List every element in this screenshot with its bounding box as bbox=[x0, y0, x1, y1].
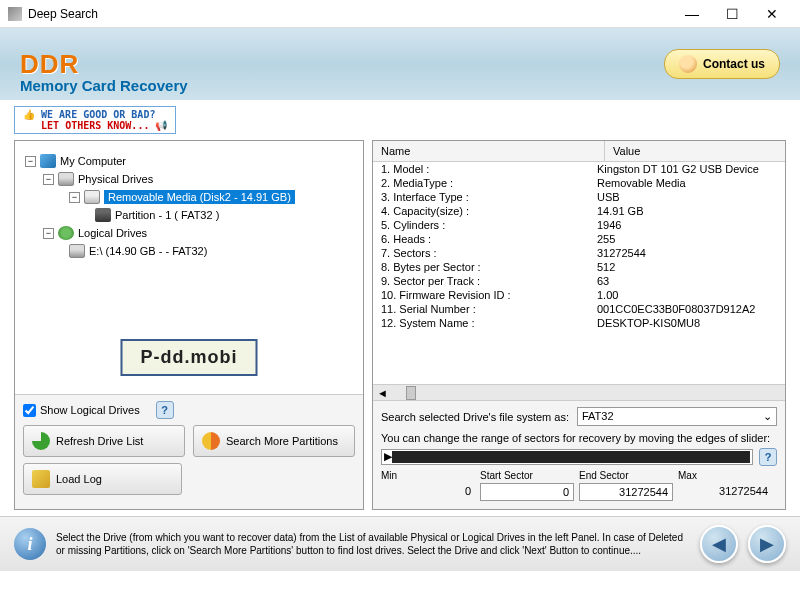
properties-list: 1. Model :Kingston DT 101 G2 USB Device2… bbox=[373, 162, 785, 384]
property-name: 3. Interface Type : bbox=[381, 191, 597, 203]
property-value: 63 bbox=[597, 275, 777, 287]
minimize-button[interactable]: — bbox=[672, 0, 712, 28]
property-value: USB bbox=[597, 191, 777, 203]
property-row[interactable]: 5. Cylinders :1946 bbox=[373, 218, 785, 232]
property-value: Removable Media bbox=[597, 177, 777, 189]
property-name: 11. Serial Number : bbox=[381, 303, 597, 315]
column-name[interactable]: Name bbox=[373, 141, 605, 161]
removable-drive-icon bbox=[84, 190, 100, 204]
scrollbar-thumb[interactable] bbox=[406, 386, 416, 400]
horizontal-scrollbar[interactable]: ◄ bbox=[373, 384, 785, 400]
max-value: 31272544 bbox=[678, 483, 772, 499]
info-icon: i bbox=[14, 528, 46, 560]
refresh-drive-list-button[interactable]: Refresh Drive List bbox=[23, 425, 185, 457]
min-value: 0 bbox=[381, 483, 475, 499]
tree-label: Logical Drives bbox=[78, 227, 147, 239]
tree-node-partition[interactable]: Partition - 1 ( FAT32 ) bbox=[93, 207, 355, 223]
filesystem-select[interactable]: FAT32 ⌄ bbox=[577, 407, 777, 426]
tree-label: Physical Drives bbox=[78, 173, 153, 185]
computer-icon bbox=[40, 154, 56, 168]
start-sector-input[interactable] bbox=[480, 483, 574, 501]
property-name: 1. Model : bbox=[381, 163, 597, 175]
tree-node-logical[interactable]: − Logical Drives bbox=[41, 225, 355, 241]
contact-us-button[interactable]: Contact us bbox=[664, 49, 780, 79]
property-name: 9. Sector per Track : bbox=[381, 275, 597, 287]
show-logical-checkbox[interactable] bbox=[23, 404, 36, 417]
tree-node-drive-e[interactable]: E:\ (14.90 GB - - FAT32) bbox=[67, 243, 355, 259]
property-row[interactable]: 9. Sector per Track :63 bbox=[373, 274, 785, 288]
titlebar: Deep Search — ☐ ✕ bbox=[0, 0, 800, 28]
property-row[interactable]: 6. Heads :255 bbox=[373, 232, 785, 246]
end-sector-label: End Sector bbox=[579, 470, 678, 481]
property-row[interactable]: 3. Interface Type :USB bbox=[373, 190, 785, 204]
property-row[interactable]: 11. Serial Number :001CC0EC33B0F08037D91… bbox=[373, 302, 785, 316]
help-button[interactable]: ? bbox=[759, 448, 777, 466]
property-value: 512 bbox=[597, 261, 777, 273]
property-value: DESKTOP-KIS0MU8 bbox=[597, 317, 777, 329]
property-value: Kingston DT 101 G2 USB Device bbox=[597, 163, 777, 175]
close-button[interactable]: ✕ bbox=[752, 0, 792, 28]
property-row[interactable]: 12. System Name :DESKTOP-KIS0MU8 bbox=[373, 316, 785, 330]
expand-icon[interactable]: − bbox=[25, 156, 36, 167]
slider-handle-left[interactable]: ▶ bbox=[384, 450, 392, 463]
property-row[interactable]: 10. Firmware Revision ID :1.00 bbox=[373, 288, 785, 302]
property-row[interactable]: 2. MediaType :Removable Media bbox=[373, 176, 785, 190]
max-label: Max bbox=[678, 470, 777, 481]
back-button[interactable]: ◀ bbox=[700, 525, 738, 563]
right-controls: Search selected Drive's file system as: … bbox=[373, 400, 785, 509]
button-label: Load Log bbox=[56, 473, 102, 485]
partition-icon bbox=[95, 208, 111, 222]
tree-label-selected: Removable Media (Disk2 - 14.91 GB) bbox=[104, 190, 295, 204]
button-label: Refresh Drive List bbox=[56, 435, 143, 447]
show-logical-label: Show Logical Drives bbox=[40, 404, 140, 416]
expand-icon[interactable]: − bbox=[43, 174, 54, 185]
drive-tree: − My Computer − Physical Drives − Remova… bbox=[15, 141, 363, 394]
sector-range-slider[interactable]: ▶ bbox=[381, 449, 753, 465]
button-label: Search More Partitions bbox=[226, 435, 338, 447]
maximize-button[interactable]: ☐ bbox=[712, 0, 752, 28]
help-button[interactable]: ? bbox=[156, 401, 174, 419]
review-line1: WE ARE GOOD OR BAD? bbox=[41, 109, 155, 120]
property-value: 14.91 GB bbox=[597, 205, 777, 217]
filesystem-label: Search selected Drive's file system as: bbox=[381, 411, 569, 423]
properties-panel: Name Value 1. Model :Kingston DT 101 G2 … bbox=[372, 140, 786, 510]
property-row[interactable]: 7. Sectors :31272544 bbox=[373, 246, 785, 260]
app-subtitle: Memory Card Recovery bbox=[20, 77, 188, 94]
slider-description: You can change the range of sectors for … bbox=[381, 432, 777, 444]
tree-node-computer[interactable]: − My Computer bbox=[23, 153, 355, 169]
properties-header: Name Value bbox=[373, 141, 785, 162]
filesystem-value: FAT32 bbox=[582, 410, 614, 422]
refresh-icon bbox=[32, 432, 50, 450]
load-log-button[interactable]: Load Log bbox=[23, 463, 182, 495]
property-name: 10. Firmware Revision ID : bbox=[381, 289, 597, 301]
watermark: P-dd.mobi bbox=[121, 339, 258, 376]
tree-node-physical[interactable]: − Physical Drives bbox=[41, 171, 355, 187]
property-row[interactable]: 1. Model :Kingston DT 101 G2 USB Device bbox=[373, 162, 785, 176]
footer: i Select the Drive (from which you want … bbox=[0, 516, 800, 571]
tree-node-removable[interactable]: − Removable Media (Disk2 - 14.91 GB) bbox=[67, 189, 355, 205]
property-value: 001CC0EC33B0F08037D912A2 bbox=[597, 303, 777, 315]
property-name: 6. Heads : bbox=[381, 233, 597, 245]
review-badge[interactable]: 👍 WE ARE GOOD OR BAD? LET OTHERS KNOW...… bbox=[14, 106, 176, 134]
review-line2: LET OTHERS KNOW... bbox=[41, 120, 149, 131]
drive-tree-panel: − My Computer − Physical Drives − Remova… bbox=[14, 140, 364, 510]
expand-icon[interactable]: − bbox=[43, 228, 54, 239]
next-button[interactable]: ▶ bbox=[748, 525, 786, 563]
property-row[interactable]: 4. Capacity(size) :14.91 GB bbox=[373, 204, 785, 218]
drive-icon bbox=[69, 244, 85, 258]
end-sector-input[interactable] bbox=[579, 483, 673, 501]
property-value: 1946 bbox=[597, 219, 777, 231]
search-more-partitions-button[interactable]: Search More Partitions bbox=[193, 425, 355, 457]
property-row[interactable]: 8. Bytes per Sector :512 bbox=[373, 260, 785, 274]
logo-text: DDR bbox=[20, 49, 79, 80]
folder-icon bbox=[32, 470, 50, 488]
property-value: 31272544 bbox=[597, 247, 777, 259]
logical-drive-icon bbox=[58, 226, 74, 240]
app-header: DDR Memory Card Recovery Contact us bbox=[0, 28, 800, 100]
column-value[interactable]: Value bbox=[605, 141, 785, 161]
property-name: 7. Sectors : bbox=[381, 247, 597, 259]
expand-icon[interactable]: − bbox=[69, 192, 80, 203]
tree-label: Partition - 1 ( FAT32 ) bbox=[115, 209, 219, 221]
tree-label: My Computer bbox=[60, 155, 126, 167]
review-bar: 👍 WE ARE GOOD OR BAD? LET OTHERS KNOW...… bbox=[0, 100, 800, 136]
